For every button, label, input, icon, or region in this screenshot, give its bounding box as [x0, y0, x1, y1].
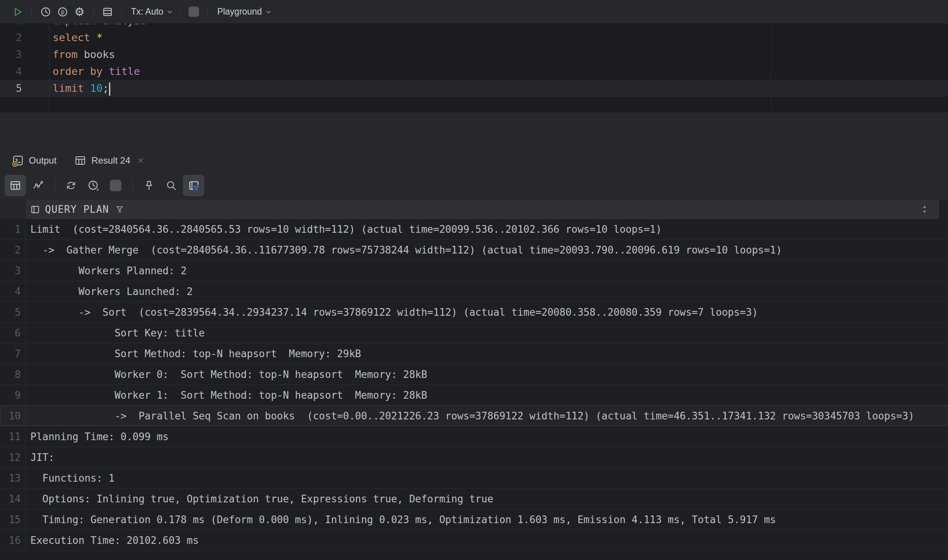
parameters-button[interactable]: p: [54, 3, 71, 20]
schedule-button[interactable]: [83, 175, 104, 196]
refresh-icon: [65, 179, 77, 192]
plan-row-number: 13: [0, 468, 26, 488]
tx-mode-label: Tx: Auto: [131, 7, 163, 17]
pin-icon: [143, 179, 155, 192]
plan-row[interactable]: 13 Functions: 1: [0, 468, 948, 489]
svg-text:p: p: [61, 8, 64, 15]
panel-bottom-strip: [0, 551, 948, 560]
code-text: explain analyze: [49, 24, 146, 29]
table-filter-icon: [187, 179, 200, 192]
search-button[interactable]: [161, 175, 182, 196]
code-token: title: [109, 65, 140, 77]
table-icon: [9, 179, 22, 192]
plan-row[interactable]: 5 -> Sort (cost=2839564.34..2934237.14 r…: [0, 302, 948, 323]
tx-mode-selector[interactable]: Tx: Auto: [127, 7, 174, 17]
panel-column-icon: [30, 204, 40, 215]
plan-row-text: Workers Launched: 2: [26, 281, 193, 302]
layout-panels-icon: [102, 6, 113, 18]
editor-line[interactable]: 4order by title: [0, 63, 948, 80]
tab-result-label: Result 24: [91, 155, 130, 166]
plan-row-number: 1: [0, 219, 26, 239]
clock-dropdown-icon: [87, 179, 99, 192]
query-plan-column-header[interactable]: QUERY PLAN: [0, 200, 948, 219]
terminal-icon: [12, 154, 24, 167]
plan-row[interactable]: 12JIT:: [0, 447, 948, 468]
layout-button[interactable]: [99, 3, 116, 20]
plan-row[interactable]: 14 Options: Inlining true, Optimization …: [0, 489, 948, 509]
toolbar-separator: [55, 178, 55, 193]
chevron-down-icon: [264, 8, 273, 16]
plan-row[interactable]: 4 Workers Launched: 2: [0, 281, 948, 302]
close-tab-button[interactable]: [136, 156, 145, 165]
refresh-button[interactable]: [60, 175, 82, 196]
plan-row-number: 10: [0, 406, 26, 426]
play-icon: [12, 6, 23, 18]
grid-view-button[interactable]: [5, 175, 26, 196]
sort-arrows-icon: [920, 203, 930, 215]
plan-row[interactable]: 9 Worker 1: Sort Method: top-N heapsort …: [0, 385, 948, 406]
plan-row[interactable]: 8 Worker 0: Sort Method: top-N heapsort …: [0, 364, 948, 385]
plan-row-text: Functions: 1: [26, 468, 114, 488]
chevron-down-icon: [166, 8, 174, 16]
filter-icon[interactable]: [114, 204, 125, 215]
history-button[interactable]: [37, 3, 54, 20]
plan-row[interactable]: 1Limit (cost=2840564.36..2840565.53 rows…: [0, 219, 948, 240]
stop-query-button[interactable]: [105, 175, 126, 196]
plan-row-number: 2: [0, 240, 26, 260]
stop-button[interactable]: [185, 3, 202, 20]
settings-button[interactable]: ⚙: [71, 3, 88, 20]
plan-row[interactable]: 10 -> Parallel Seq Scan on books (cost=0…: [0, 406, 948, 426]
gutter-separator: [49, 24, 50, 113]
line-number: 3: [0, 46, 49, 63]
plan-row-text: Workers Planned: 2: [26, 260, 187, 281]
run-button[interactable]: [9, 3, 26, 20]
plan-row-text: Sort Method: top-N heapsort Memory: 29kB: [26, 343, 361, 364]
query-plan-title: QUERY PLAN: [45, 204, 109, 215]
sort-button[interactable]: [920, 203, 930, 215]
plan-row[interactable]: 2 -> Gather Merge (cost=2840564.36..1167…: [0, 240, 948, 260]
editor-line[interactable]: 2select *: [0, 29, 948, 46]
scrollbar-track[interactable]: [939, 200, 948, 219]
plan-row-number: 7: [0, 343, 26, 364]
plan-row-number: 16: [0, 530, 26, 550]
console-selector[interactable]: Playground: [213, 7, 272, 17]
plan-row-text: Options: Inlining true, Optimization tru…: [26, 489, 493, 509]
editor-line[interactable]: 3from books: [0, 46, 948, 63]
plan-header-gutter: [0, 200, 26, 219]
query-plan-list: 1Limit (cost=2840564.36..2840565.53 rows…: [0, 219, 948, 551]
line-number: 2: [0, 29, 49, 46]
plan-row-number: 5: [0, 302, 26, 322]
clock-icon: [40, 6, 51, 18]
close-icon: [136, 156, 145, 165]
chart-view-button[interactable]: [27, 175, 48, 196]
stop-icon: [189, 7, 199, 17]
editor-line[interactable]: 5limit 10;: [0, 80, 948, 97]
plan-row-number: 15: [0, 509, 26, 530]
filter-panel-button[interactable]: [183, 175, 204, 196]
plan-row[interactable]: 16Execution Time: 20102.603 ms: [0, 530, 948, 551]
editor-line[interactable]: 1explain analyze: [0, 24, 948, 29]
sql-editor[interactable]: 1explain analyze2select *3from books4ord…: [0, 24, 948, 113]
plan-row-number: 14: [0, 489, 26, 509]
plan-row-number: 3: [0, 260, 26, 281]
tab-output[interactable]: Output: [12, 150, 56, 171]
plan-row-text: Worker 0: Sort Method: top-N heapsort Me…: [26, 364, 427, 384]
code-token: ;: [103, 82, 109, 94]
tab-result-24[interactable]: Result 24: [74, 150, 145, 171]
result-tabbar: Output Result 24: [0, 150, 948, 171]
search-icon: [165, 179, 177, 192]
pin-tab-button[interactable]: [138, 175, 160, 196]
plan-row-number: 12: [0, 447, 26, 467]
code-token: analyze: [103, 24, 146, 27]
plan-row[interactable]: 7 Sort Method: top-N heapsort Memory: 29…: [0, 343, 948, 364]
p-circle-icon: p: [57, 6, 68, 18]
plan-row[interactable]: 6 Sort Key: title: [0, 323, 948, 343]
plan-row[interactable]: 11Planning Time: 0.099 ms: [0, 426, 948, 447]
toolbar-separator: [31, 6, 32, 18]
code-token: select: [53, 31, 96, 43]
plan-row-number: 11: [0, 426, 26, 447]
plan-row[interactable]: 15 Timing: Generation 0.178 ms (Deform 0…: [0, 509, 948, 530]
code-token: 10: [90, 82, 103, 94]
console-name-label: Playground: [217, 7, 262, 17]
plan-row[interactable]: 3 Workers Planned: 2: [0, 260, 948, 281]
